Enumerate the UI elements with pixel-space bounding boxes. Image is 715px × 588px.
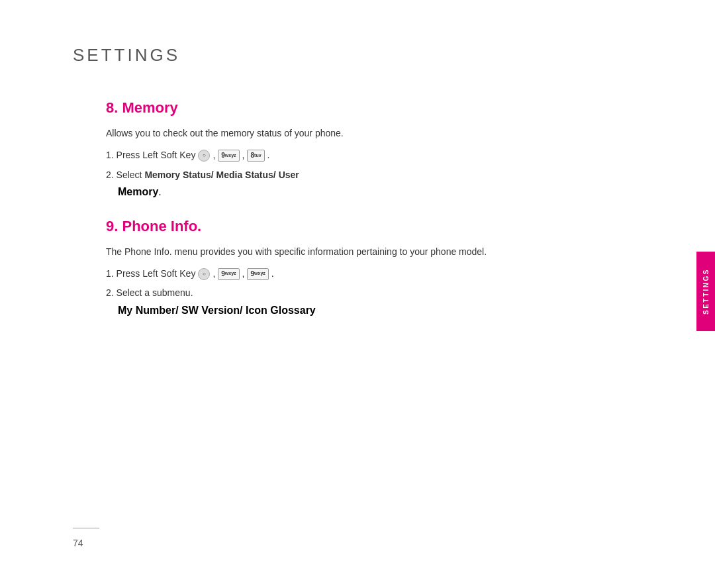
page-divider (73, 528, 99, 528)
soft-key-1: ○ (198, 150, 210, 162)
key-8tuv: 8tuv (247, 150, 264, 162)
section8-step2-continued: Memory. (106, 186, 662, 198)
page-title: SETTINGS (73, 45, 180, 66)
section9-step2-bold: My Number/ SW Version/ Icon Glossary (118, 305, 316, 316)
side-tab-label: SETTINGS (702, 268, 710, 315)
section9-step2: 2. Select a submenu. (106, 285, 662, 301)
section8-step2-bold: Memory (118, 186, 158, 197)
section9-step1-text: 1. Press Left Soft Key (106, 266, 195, 282)
comma2: , (242, 147, 245, 164)
page-number: 74 (73, 538, 83, 548)
section9-step2-bold-line: My Number/ SW Version/ Icon Glossary (106, 305, 662, 317)
key-9wxyz-2: 9wxyz (218, 268, 239, 280)
comma3: , (213, 266, 215, 282)
section9-step2-prefix: 2. Select a submenu. (106, 285, 193, 301)
section9-title: 9. Phone Info. (106, 218, 662, 235)
section9-divider: 9. Phone Info. (106, 218, 662, 235)
page-container: SETTINGS 8. Memory Allows you to check o… (0, 0, 715, 588)
section8-step1-text: 1. Press Left Soft Key (106, 147, 195, 164)
section9-description: The Phone Info. menu provides you with s… (106, 244, 662, 259)
section9-step1: 1. Press Left Soft Key ○ , 9wxyz , 9wxyz… (106, 266, 662, 282)
section8-description: Allows you to check out the memory statu… (106, 126, 662, 140)
period2: . (271, 266, 274, 282)
section8-step1: 1. Press Left Soft Key ○ , 9wxyz , 8tuv … (106, 147, 662, 164)
key-9wxyz-1: 9wxyz (218, 150, 239, 162)
section8-step2-period: . (158, 186, 161, 197)
content-area: 8. Memory Allows you to check out the me… (106, 99, 662, 317)
comma1: , (213, 147, 215, 164)
period1: . (267, 147, 270, 164)
section8-step2: 2. Select Memory Status/ Media Status/ U… (106, 167, 662, 183)
section8-title: 8. Memory (106, 99, 662, 117)
key-9wxyz-3: 9wxyz (247, 268, 268, 280)
side-tab: SETTINGS (696, 252, 715, 331)
section8-step2-prefix: 2. Select Memory Status/ Media Status/ U… (106, 167, 299, 183)
comma4: , (242, 266, 245, 282)
soft-key-2: ○ (198, 268, 210, 280)
